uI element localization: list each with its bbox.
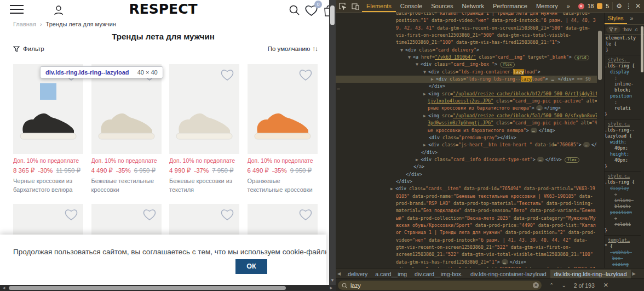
filter-button[interactable]: Фильтр — [13, 45, 44, 52]
devtools-code-line[interactable]: ▼<div class="card__img-box ">flex — [336, 61, 597, 68]
devtools-code-line[interactable]: ▼<div class="card delivery"> — [336, 47, 597, 54]
breadcrumb-home[interactable]: Главная — [13, 21, 36, 27]
devtools-breadcrumb-item[interactable]: .delivery — [342, 270, 371, 278]
crumbs-scroll-left-icon[interactable]: ◀ — [336, 271, 342, 276]
devtools-code-line[interactable]: material="Без подкладки" data-prod-seaso… — [336, 207, 597, 214]
layout-badge[interactable]: grid — [574, 55, 589, 60]
device-toolbar-icon[interactable] — [352, 3, 359, 10]
crumbs-scroll-right-icon[interactable]: ▶ — [631, 271, 637, 276]
devtools-code-line[interactable]: </div> — [336, 149, 597, 156]
favorite-heart-icon[interactable] — [298, 208, 313, 223]
next-match-icon[interactable]: ⌄ — [561, 282, 566, 288]
expand-dots[interactable]: … — [583, 142, 590, 147]
error-icon[interactable]: ✕ — [578, 3, 584, 9]
devtools-code-line[interactable]: vis-first-on-screen12503860_21="500" dat… — [336, 32, 597, 39]
elements-scrollbar-thumb[interactable] — [598, 31, 602, 80]
favorite-heart-icon[interactable] — [298, 69, 313, 83]
cookie-ok-button[interactable]: ОК — [235, 259, 267, 274]
devtools-tab-performance[interactable]: Performance — [488, 0, 532, 12]
devtools-code-line[interactable]: time12503860_21="100" data-gtm-vis-has-f… — [336, 39, 597, 46]
devtools-code-line[interactable]: video="нет" data-prod-instock="6 разм. |… — [336, 237, 597, 244]
account-icon[interactable] — [53, 4, 65, 19]
devtools-tab-network[interactable]: Network — [458, 0, 488, 12]
devtools-code-line[interactable]: ▶<img src="/upload/resize_cache/iblock/b… — [336, 90, 597, 98]
devtools-code-line[interactable]: ▼<a href="/vk63_191064/" class="card__im… — [336, 54, 597, 61]
inspect-element-icon[interactable] — [338, 2, 346, 10]
devtools-tab-sources[interactable]: Sources — [427, 0, 457, 12]
layout-badge[interactable]: flex — [565, 157, 579, 163]
kebab-menu-icon[interactable]: ⋮ — [625, 2, 632, 10]
styles-filter-input[interactable]: F — [606, 26, 620, 33]
product-image[interactable] — [248, 64, 318, 154]
devtools-code-line[interactable]: ▶<div class="card__info discount-type-se… — [336, 156, 597, 163]
devtools-tab-memory[interactable]: Memory — [532, 0, 562, 12]
favorite-heart-icon[interactable] — [64, 208, 78, 223]
devtools-code-line[interactable]: ▶<div class="js-heart__btn item-heart " … — [336, 141, 597, 149]
product-image[interactable] — [169, 64, 239, 154]
styles-tab[interactable]: Styles — [605, 12, 627, 24]
devtools-code-line[interactable]: </div> — [336, 83, 597, 90]
devtools-code-line[interactable]: ▶<div class="lds-ring lds-ring--lazyload… — [336, 76, 597, 83]
devtools-code-line[interactable]: position="1" data-prod-video="нет" data-… — [336, 17, 597, 24]
expand-dots[interactable]: … — [536, 105, 543, 111]
menu-icon[interactable] — [10, 5, 24, 14]
expand-dots[interactable]: … — [531, 128, 537, 133]
issues-icon[interactable] — [597, 3, 602, 9]
search-icon[interactable] — [289, 4, 300, 18]
expand-dots[interactable]: … — [502, 259, 508, 265]
favorite-heart-icon[interactable] — [142, 208, 157, 223]
node-actions-dots[interactable]: … — [337, 85, 340, 90]
devtools-code-line[interactable]: prod-brand="RSP LAB" data-prod-top-mater… — [336, 200, 597, 207]
product-card[interactable]: Доп. 10% по предоплате4 990 ₽-37%7 950 ₽… — [169, 64, 239, 194]
stylesheet-link[interactable]: style.c… — [605, 173, 641, 179]
product-name[interactable]: Бежевые кроссовки из текстиля — [169, 177, 236, 194]
product-card[interactable]: Доп. 10% по предоплате6 490 ₽-35%9 950 ₽… — [248, 64, 318, 194]
devtools-code-line[interactable]: 9, 42, 43, 41" data-gtm-vis-recent-on-sc… — [336, 25, 597, 32]
devtools-breadcrumb-item[interactable]: div.card__img-box. — [411, 270, 467, 278]
favorite-heart-icon[interactable] — [220, 208, 234, 223]
devtools-breadcrumb-item[interactable]: a.card__img — [371, 270, 411, 278]
more-tabs-chevron[interactable]: » — [562, 0, 574, 12]
devtools-breadcrumb-item[interactable]: div.lds-ring.lds-ring--lazyload — [550, 270, 631, 278]
devtools-code-line[interactable]: ▶<div class="cards__item" data-prod-id="… — [336, 185, 597, 192]
horizontal-scrollbar[interactable]: ◄ ► — [0, 285, 336, 291]
product-name[interactable]: Оранжевые текстильные кроссовки — [248, 177, 314, 194]
scroll-right-arrow[interactable]: ► — [329, 286, 334, 290]
devtools-code-line[interactable]: ые кроссовки из бархатистого велюра">…</… — [336, 127, 597, 134]
devtools-code-line[interactable]: ог Страница 1 | Тренды лета для мужчин" … — [336, 229, 597, 236]
scroll-left-arrow[interactable]: ◄ — [2, 286, 6, 290]
search-input[interactable]: lazy ✕ — [338, 281, 542, 290]
devtools-code-line[interactable]: tjv1xo1o4lueislj2us.JPG" class="card__im… — [336, 98, 597, 105]
devtools-code-line[interactable]: 0105" data-prod-name="Бежевые текстильны… — [336, 193, 597, 200]
styles-cls-toggle[interactable]: .c — [634, 27, 638, 32]
devtools-code-line[interactable]: gtm-vis-recent-on-screen12503860_21="522… — [336, 244, 597, 251]
sort-button[interactable]: По умолчанию ↑↓ — [268, 45, 318, 52]
favorite-heart-icon[interactable] — [220, 69, 234, 83]
settings-gear-icon[interactable]: ⚙ — [616, 2, 622, 10]
devtools-code-line[interactable]: screen12503860_21="522" data-gtm-vis-tot… — [336, 251, 597, 258]
stylesheet-link[interactable]: styles._ — [605, 57, 641, 63]
layout-badge[interactable]: flex — [500, 62, 515, 67]
devtools-breadcrumb-item[interactable]: div.lds-ring-container-lazyload — [467, 270, 550, 278]
expand-dots[interactable]: … — [550, 76, 556, 82]
close-search-icon[interactable]: ✕ — [603, 282, 608, 289]
devtools-tab-console[interactable]: Console — [396, 0, 427, 12]
previous-match-icon[interactable]: ⌃ — [549, 282, 554, 288]
styles-more-tabs-chevron[interactable]: » — [630, 15, 634, 21]
close-devtools-icon[interactable]: ✕ — [635, 2, 641, 10]
devtools-code-line[interactable]: жская обувь/Кроссовки/Sport" data-prod-p… — [336, 222, 597, 229]
devtools-tab-elements[interactable]: Elements — [362, 0, 396, 12]
site-logo[interactable]: RESPECT — [129, 1, 197, 17]
expand-dots[interactable]: … — [537, 157, 544, 162]
devtools-code-line[interactable]: ый" data-prod-collection="Весна-лето 202… — [336, 215, 597, 222]
horizontal-scrollbar-thumb[interactable] — [9, 286, 286, 290]
stylesheet-link[interactable]: templat… — [605, 237, 641, 243]
styles-scrollbar-thumb[interactable] — [641, 26, 643, 72]
vertical-scrollbar[interactable]: ▼ — [329, 0, 336, 285]
scroll-down-arrow[interactable]: ▼ — [330, 278, 335, 283]
stylesheet-link[interactable]: style.c… — [605, 121, 641, 127]
clear-search-icon[interactable]: ✕ — [533, 282, 539, 288]
product-name[interactable]: Черные кроссовки из бархатистого велюра — [13, 177, 80, 194]
product-name[interactable]: Бежевые текстильные кроссовки — [91, 177, 158, 194]
devtools-code-line[interactable]: рные кроссовки из бархатистого велюра">…… — [336, 105, 597, 112]
